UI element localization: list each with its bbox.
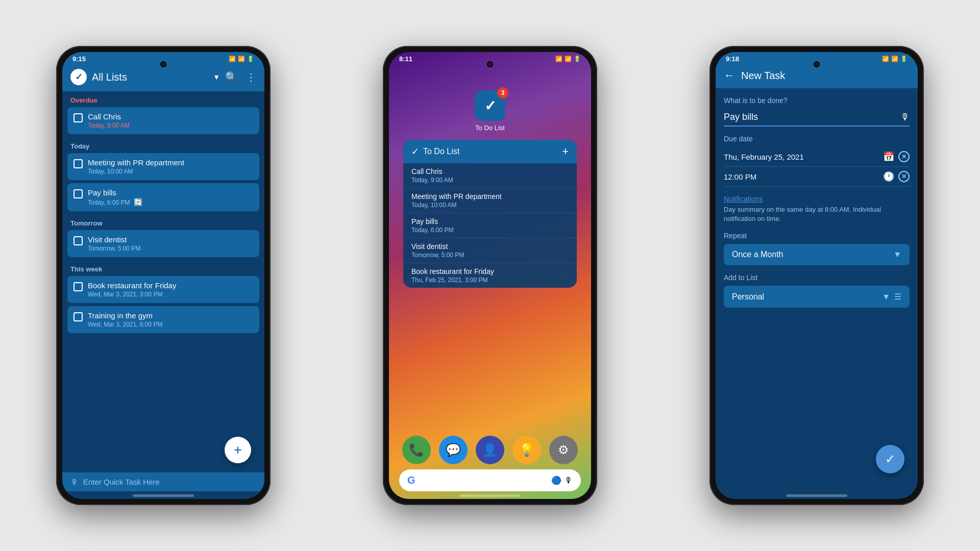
task-input-row[interactable]: Pay bills 🎙 [724,109,910,127]
task-checkbox[interactable] [74,159,83,168]
widget-title: To Do List [423,147,459,156]
dropdown-icon-1[interactable]: ▼ [213,73,220,81]
widget-header: ✓ To Do List + [403,140,577,163]
google-search-bar[interactable]: G 🔵 🎙 [399,469,581,491]
app-widget-icon[interactable]: ✓ 3 [475,90,505,121]
status-icons-1: 📶 📶 🔋 [229,56,254,62]
task-time: Wed, Mar 3, 2021, 6:00 PM [88,321,253,328]
calendar-icon[interactable]: 📅 [883,151,894,162]
repeat-dropdown[interactable]: Once a Month ▼ [724,244,910,265]
what-label: What is to be done? [724,96,910,105]
widget-task-time: Today, 10:00 AM [411,202,569,209]
chevron-down-icon-list[interactable]: ▼ [882,292,890,302]
task-info: Book restaurant for Friday Wed, Mar 3, 2… [88,281,253,298]
task-pay-bills[interactable]: Pay bills Today, 6:00 PM 🔄 [67,183,259,211]
task-info: Pay bills Today, 6:00 PM 🔄 [88,188,253,206]
quick-task-bar[interactable]: 🎙 Enter Quick Task Here [62,472,264,491]
camera-dot [160,61,166,67]
notifications-section: Notifications Day summary on the same da… [724,195,910,223]
app-header-1: ✓ All Lists ▼ 🔍 ⋮ [62,65,264,91]
add-to-list-label: Add to List [724,273,910,282]
header-icons-1: 🔍 ⋮ [225,71,256,83]
task-checkbox[interactable] [74,236,83,245]
status-icons-2: 📶 📶 🔋 [555,56,581,62]
task-name: Visit dentist [88,235,253,244]
quick-task-placeholder[interactable]: Enter Quick Task Here [83,478,160,486]
list-manage-icon[interactable]: ☰ [894,292,901,302]
task-value: Pay bills [724,112,758,122]
dock-contacts-icon[interactable]: 👤 [476,436,504,464]
dock-tips-icon[interactable]: 💡 [512,436,541,464]
save-task-button[interactable]: ✓ [876,445,904,473]
task-time: Today, 6:00 PM 🔄 [88,198,253,206]
list-dropdown[interactable]: Personal ▼ ☰ [724,286,910,308]
widget-task-1[interactable]: Call Chris Today, 9:00 AM [403,163,577,188]
task-info: Visit dentist Tomorrow, 5:00 PM [88,235,253,252]
task-name: Call Chris [88,112,253,121]
task-info: Call Chris Today, 9:00 AM [88,112,253,129]
wifi-icon-2: 📶 [555,56,562,62]
task-checkbox[interactable] [74,113,83,122]
task-checkbox[interactable] [74,282,83,291]
widget-task-2[interactable]: Meeting with PR department Today, 10:00 … [403,188,577,213]
dock: 📞 💬 👤 💡 ⚙ [389,425,591,469]
form-content: What is to be done? Pay bills 🎙 Due date… [716,88,918,491]
task-call-chris[interactable]: Call Chris Today, 9:00 AM [67,107,259,134]
widget-task-time: Today, 9:00 AM [411,177,569,184]
mic-icon-form[interactable]: 🎙 [900,112,910,122]
task-gym[interactable]: Training in the gym Wed, Mar 3, 2021, 6:… [67,306,259,333]
widget-task-3[interactable]: Pay bills Today, 6:00 PM [403,213,577,238]
widget-task-name: Call Chris [411,167,569,176]
home-bar-3 [786,494,847,497]
widget-task-4[interactable]: Visit dentist Tomorrow, 5:00 PM [403,238,577,263]
section-today: Today [67,137,259,153]
widget-add-button[interactable]: + [562,145,569,158]
widget-task-5[interactable]: Book restaurant for Friday Thu, Feb 25, … [403,263,577,288]
task-name: Training in the gym [88,311,253,320]
widget-header-left: ✓ To Do List [411,146,459,157]
notifications-desc: Day summary on the same day at 8:00 AM. … [724,205,910,223]
section-overdue: Overdue [67,91,259,107]
google-lens-icon[interactable]: 🔵 [551,475,561,485]
date-picker-row[interactable]: Thu, February 25, 2021 📅 ✕ [724,147,910,167]
todo-widget: ✓ To Do List + Call Chris Today, 9:00 AM… [403,140,577,288]
check-icon-1: ✓ [70,69,87,85]
task-time: Tomorrow, 5:00 PM [88,245,253,252]
dock-phone-icon[interactable]: 📞 [402,436,431,464]
time-1: 9:15 [72,55,86,63]
date-value: Thu, February 25, 2021 [724,153,879,161]
clock-icon[interactable]: 🕐 [883,171,894,182]
task-list-1: Overdue Call Chris Today, 9:00 AM Today … [62,91,264,472]
clear-date-button[interactable]: ✕ [898,151,910,162]
task-meeting[interactable]: Meeting with PR department Today, 10:00 … [67,153,259,180]
list-icons: ▼ ☰ [882,292,901,302]
add-to-list-section: Add to List Personal ▼ ☰ [724,273,910,308]
signal-icon-1: 📶 [238,56,245,62]
google-g-icon: G [407,474,415,486]
widget-task-name: Pay bills [411,217,569,226]
google-mic-icon[interactable]: 🎙 [565,476,573,485]
widget-task-time: Thu, Feb 25, 2021, 3:00 PM [411,277,569,284]
task-name: Meeting with PR department [88,158,253,167]
back-button[interactable]: ← [724,69,735,82]
task-restaurant[interactable]: Book restaurant for Friday Wed, Mar 3, 2… [67,276,259,303]
task-checkbox[interactable] [74,189,83,198]
notification-badge: 3 [497,87,508,98]
time-2: 8:11 [399,55,412,63]
task-checkbox[interactable] [74,312,83,321]
header-title-1: All Lists [92,71,208,83]
clear-time-button[interactable]: ✕ [898,171,910,182]
phone-1: 9:15 📶 📶 🔋 ✓ All Lists ▼ 🔍 ⋮ Overdue Ca [56,46,271,505]
more-button-1[interactable]: ⋮ [246,71,256,83]
fab-button-1[interactable]: + [225,437,251,463]
dock-settings-icon[interactable]: ⚙ [549,436,578,464]
time-picker-row[interactable]: 12:00 PM 🕐 ✕ [724,167,910,187]
task-time: Wed, Mar 3, 2021, 3:00 PM [88,291,253,298]
dock-messages-icon[interactable]: 💬 [439,436,468,464]
new-task-title: New Task [741,70,785,82]
due-date-label: Due date [724,135,910,143]
task-dentist[interactable]: Visit dentist Tomorrow, 5:00 PM [67,230,259,257]
mic-icon-quick[interactable]: 🎙 [70,478,78,486]
search-button-1[interactable]: 🔍 [225,71,238,83]
notifications-link[interactable]: Notifications [724,195,910,203]
